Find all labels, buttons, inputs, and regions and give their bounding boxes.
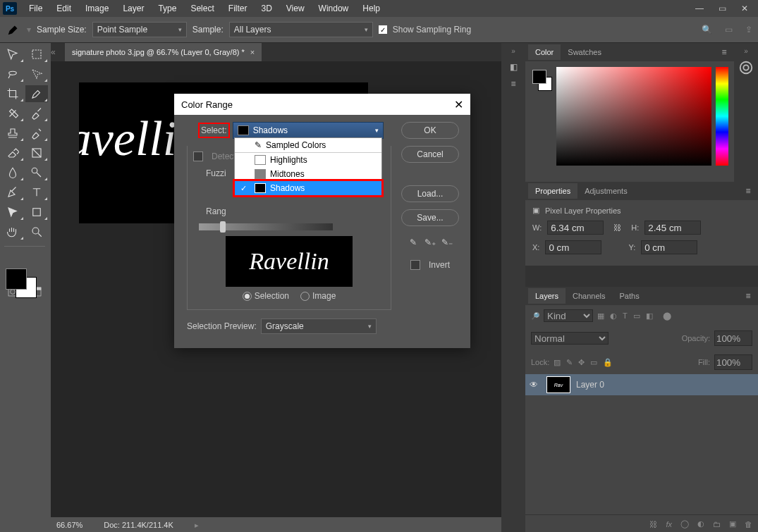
hand-tool[interactable]	[1, 223, 24, 240]
cc-libraries-icon[interactable]	[738, 59, 754, 76]
gradient-tool[interactable]	[25, 144, 48, 161]
marquee-tool[interactable]	[25, 46, 48, 63]
blend-mode-dropdown[interactable]: Normal	[531, 332, 609, 345]
menu-type[interactable]: Type	[152, 1, 183, 16]
ok-button[interactable]: OK	[401, 122, 459, 139]
stamp-tool[interactable]	[1, 125, 24, 142]
layers-panel-menu-icon[interactable]: ≡	[741, 291, 755, 301]
search-icon[interactable]: 🔍	[702, 25, 712, 35]
tab-channels[interactable]: Channels	[566, 288, 612, 304]
filter-adjust-icon[interactable]: ◐	[610, 311, 617, 321]
zoom-tool[interactable]	[25, 223, 48, 240]
menu-help[interactable]: Help	[356, 1, 386, 16]
filter-smart-icon[interactable]: ◧	[646, 311, 653, 321]
quickselect-tool[interactable]	[25, 66, 48, 82]
sample-dropdown[interactable]: All Layers▾	[229, 22, 373, 37]
lock-artboard-icon[interactable]: ▭	[590, 358, 597, 367]
lock-move-icon[interactable]: ✥	[578, 358, 585, 367]
lasso-tool[interactable]	[1, 66, 24, 82]
color-swatches[interactable]	[1, 267, 48, 301]
eyedropper-sub-icon[interactable]: ✎₋	[441, 236, 453, 249]
layer-filter-kind[interactable]: Kind	[544, 309, 593, 322]
opacity-input[interactable]	[714, 330, 752, 346]
close-tab-icon[interactable]: ×	[250, 48, 255, 56]
brush-tool[interactable]	[25, 105, 48, 122]
pen-tool[interactable]	[1, 184, 24, 201]
shape-tool[interactable]	[25, 204, 48, 221]
window-close-icon[interactable]: ✕	[735, 2, 754, 15]
tab-swatches[interactable]: Swatches	[561, 44, 609, 60]
trash-icon[interactable]: 🗑	[745, 520, 752, 528]
link-icon[interactable]: ⛓	[613, 223, 621, 232]
detect-faces-checkbox[interactable]	[193, 151, 203, 161]
tabbar-collapse-icon[interactable]: «	[51, 47, 58, 57]
menu-image[interactable]: Image	[79, 1, 115, 16]
tab-paths[interactable]: Paths	[613, 288, 647, 304]
option-highlights[interactable]: Highlights	[235, 153, 381, 167]
panel-fg-swatch[interactable]	[532, 70, 546, 84]
image-radio[interactable]: Image	[300, 291, 336, 301]
adj-layer-icon[interactable]: ◐	[697, 519, 704, 528]
prop-w-input[interactable]	[547, 221, 604, 235]
menu-3d[interactable]: 3D	[255, 1, 278, 16]
styles-dock-icon[interactable]: ≡	[511, 79, 515, 89]
right-collapse-icon[interactable]: »	[744, 47, 748, 55]
group-icon[interactable]: 🗀	[713, 520, 721, 528]
menu-view[interactable]: View	[280, 1, 311, 16]
window-minimize-icon[interactable]: —	[690, 2, 709, 15]
lock-pixels-icon[interactable]: ▨	[554, 358, 561, 367]
prop-x-input[interactable]	[545, 240, 601, 254]
hue-strip[interactable]	[716, 67, 728, 166]
link-layers-icon[interactable]: ⛓	[649, 520, 657, 528]
properties-panel-menu-icon[interactable]: ≡	[741, 186, 755, 196]
move-tool[interactable]	[1, 46, 24, 63]
filter-toggle-icon[interactable]: ⬤	[663, 311, 671, 321]
fill-input[interactable]	[714, 354, 752, 370]
color-panel-menu-icon[interactable]: ≡	[717, 47, 731, 57]
healing-tool[interactable]	[1, 105, 24, 122]
eyedropper-add-icon[interactable]: ✎₊	[424, 236, 436, 249]
menu-file[interactable]: File	[23, 1, 49, 16]
tab-adjustments[interactable]: Adjustments	[577, 183, 635, 199]
share-icon[interactable]: ⇪	[745, 25, 752, 35]
save-button[interactable]: Save...	[401, 209, 459, 226]
menu-filter[interactable]: Filter	[222, 1, 254, 16]
path-select-tool[interactable]	[1, 204, 24, 221]
eyedropper-tool[interactable]	[25, 85, 48, 102]
color-picker[interactable]	[525, 61, 734, 182]
menu-edit[interactable]: Edit	[50, 1, 78, 16]
history-brush-tool[interactable]	[25, 125, 48, 142]
dodge-tool[interactable]	[25, 164, 48, 181]
adjustments-dock-icon[interactable]: ◧	[510, 62, 518, 72]
sample-size-dropdown[interactable]: Point Sample▾	[92, 22, 187, 37]
menu-select[interactable]: Select	[184, 1, 220, 16]
eraser-tool[interactable]	[1, 144, 24, 161]
zoom-level[interactable]: 66.67%	[56, 521, 82, 529]
show-ring-checkbox[interactable]: ✓	[379, 25, 387, 34]
type-tool[interactable]	[25, 184, 48, 201]
lock-all-icon[interactable]: 🔒	[603, 358, 613, 367]
foreground-color-swatch[interactable]	[6, 268, 27, 290]
cancel-button[interactable]: Cancel	[401, 146, 459, 163]
dock-collapse-icon[interactable]: »	[511, 47, 515, 55]
mask-icon[interactable]: ◯	[680, 519, 689, 528]
selection-radio[interactable]: Selection	[243, 291, 289, 301]
lock-brush-icon[interactable]: ✎	[566, 358, 573, 367]
document-tab[interactable]: signature photo 3.jpg @ 66.7% (Layer 0, …	[65, 43, 262, 61]
crop-tool[interactable]	[1, 85, 24, 102]
blur-tool[interactable]	[1, 164, 24, 181]
invert-checkbox[interactable]	[410, 260, 420, 270]
menu-layer[interactable]: Layer	[116, 1, 150, 16]
layer-name[interactable]: Layer 0	[576, 380, 604, 390]
tab-layers[interactable]: Layers	[528, 288, 566, 304]
option-shadows[interactable]: ✓ Shadows	[235, 181, 381, 195]
tab-color[interactable]: Color	[528, 44, 561, 60]
filter-pixels-icon[interactable]: ▦	[597, 311, 604, 321]
eyedropper-sample-icon[interactable]: ✎	[407, 236, 420, 249]
fx-icon[interactable]: fx	[666, 520, 672, 528]
workspace-icon[interactable]: ▭	[725, 25, 733, 35]
filter-shape-icon[interactable]: ▭	[633, 311, 640, 321]
selection-preview-dropdown[interactable]: Grayscale▾	[261, 318, 377, 334]
layer-thumbnail[interactable]: Rav	[546, 376, 570, 393]
new-layer-icon[interactable]: ▣	[729, 519, 736, 528]
